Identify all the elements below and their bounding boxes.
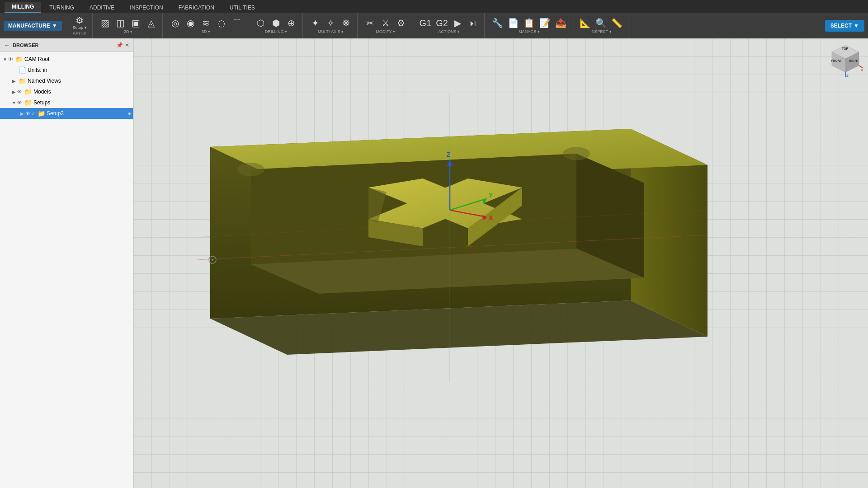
- browser-header-controls: 📌 ✕: [116, 42, 129, 48]
- adaptive-icon: ◎: [171, 19, 179, 28]
- manage-btn-3[interactable]: 📋: [522, 18, 537, 28]
- browser-pin-icon[interactable]: 📌: [116, 42, 123, 48]
- drilling-buttons: ⬡ ⬢ ⊕: [254, 18, 299, 28]
- swarf-icon: ✦: [311, 19, 319, 28]
- tab-milling[interactable]: MILLING: [5, 2, 41, 13]
- 3d-btn-1[interactable]: ◎: [168, 18, 183, 28]
- 3d-group: ◎ ◉ ≋ ◌ ⌒ 3D ▾: [165, 13, 248, 38]
- modify-buttons: ✂ ⚔ ⚙: [363, 18, 408, 28]
- simulate-icon: ⏯: [469, 19, 478, 28]
- 2d-btn-3[interactable]: ▣: [129, 18, 143, 28]
- browser-close-icon[interactable]: ✕: [125, 42, 129, 48]
- units-icon: 📄: [19, 66, 26, 74]
- setup3-arrow: ▶: [19, 111, 25, 116]
- manage-label: MANAGE ▾: [519, 29, 540, 34]
- inspect-btn-3[interactable]: 📏: [609, 18, 624, 28]
- multiaxis-buttons: ✦ ✧ ❋: [308, 18, 354, 28]
- select-label: SELECT: [830, 23, 852, 29]
- manage-btn-1[interactable]: 🔧: [490, 18, 505, 28]
- svg-text:TOP: TOP: [842, 47, 849, 50]
- svg-text:X: X: [861, 68, 863, 72]
- pocket3d-icon: ◉: [187, 19, 194, 28]
- tree-setup3[interactable]: ▶ 👁 ✓ 📁 Setup3 ●: [0, 108, 133, 119]
- 3d-label: 3D ▾: [202, 29, 210, 34]
- models-icon: 📁: [24, 88, 32, 95]
- modify-btn-2[interactable]: ⚔: [378, 18, 393, 28]
- select-button[interactable]: SELECT ▼: [825, 20, 864, 32]
- bore-icon: ⬢: [272, 19, 280, 28]
- svg-point-9: [563, 147, 590, 160]
- tab-fabrication[interactable]: FABRICATION: [171, 3, 222, 13]
- setup3-check: ✓: [31, 111, 35, 117]
- setups-eye[interactable]: 👁: [17, 100, 22, 105]
- 2d-btn-2[interactable]: ◫: [113, 18, 128, 28]
- setup-icon: ⚙: [75, 16, 84, 25]
- manage-btn-5[interactable]: 📤: [553, 18, 568, 28]
- modify-btn-3[interactable]: ⚙: [394, 18, 408, 28]
- manufacture-button[interactable]: MANUFACTURE ▼: [4, 21, 62, 31]
- named-views-arrow: ▶: [11, 79, 17, 84]
- drilling-group: ⬡ ⬢ ⊕ DRILLING ▾: [250, 13, 303, 38]
- actions-btn-1[interactable]: G1: [418, 18, 434, 28]
- 3d-btn-4[interactable]: ◌: [214, 18, 229, 28]
- 2d-btn-4[interactable]: ◬: [144, 18, 159, 28]
- svg-text:Y: Y: [489, 192, 493, 199]
- tree-units[interactable]: ▶ 📄 Units: in: [0, 65, 133, 75]
- trim-icon: ✂: [366, 19, 374, 28]
- tab-utilities[interactable]: UTILITIES: [222, 3, 262, 13]
- browser-back-icon[interactable]: ←: [4, 42, 10, 49]
- svg-text:Z: Z: [447, 151, 451, 158]
- multiaxis-btn-3[interactable]: ❋: [339, 18, 354, 28]
- tree-models[interactable]: ▶ 👁 📁 Models: [0, 86, 133, 97]
- svg-point-28: [212, 259, 213, 261]
- face-mill-icon: ▨: [101, 19, 109, 28]
- drill-btn-3[interactable]: ⊕: [284, 18, 299, 28]
- 2d-btn-1[interactable]: ▨: [98, 18, 113, 28]
- tab-additive[interactable]: ADDITIVE: [82, 3, 122, 13]
- 2d-buttons: ▨ ◫ ▣ ◬: [98, 18, 159, 28]
- inspect-btn-1[interactable]: 📐: [578, 18, 593, 28]
- manage-btn-4[interactable]: 📝: [538, 18, 552, 28]
- tree-setups[interactable]: ▼ 👁 📁 Setups: [0, 97, 133, 108]
- manage-btn-2[interactable]: 📄: [506, 18, 521, 28]
- setup-btn[interactable]: ⚙ Setup ▾: [71, 15, 89, 31]
- tree-cam-root[interactable]: ▼ 👁 📁 CAM Root: [0, 54, 133, 65]
- tab-inspection[interactable]: INSPECTION: [123, 3, 170, 13]
- drilling-label: DRILLING ▾: [265, 29, 287, 34]
- manage-group: 🔧 📄 📋 📝 📤 MANAGE ▾: [486, 13, 572, 38]
- cam-root-eye[interactable]: 👁: [8, 56, 13, 62]
- multiaxis-btn-1[interactable]: ✦: [308, 18, 323, 28]
- multi2-icon: ✧: [327, 19, 335, 28]
- cam-root-icon: 📁: [15, 56, 23, 63]
- svg-text:FRONT: FRONT: [831, 59, 842, 62]
- nc-icon: 📝: [539, 19, 551, 28]
- setup-label: SETUP: [73, 32, 86, 36]
- setup-group: ⚙ Setup ▾ SETUP: [67, 13, 93, 38]
- inspect-btn-2[interactable]: 🔍: [594, 18, 609, 28]
- setup3-icon: 📁: [38, 110, 45, 117]
- 3d-btn-3[interactable]: ≋: [199, 18, 213, 28]
- viewport[interactable]: Z Y X TOP: [133, 38, 868, 488]
- tool-library-icon: 🔧: [492, 19, 503, 28]
- setup-buttons: ⚙ Setup ▾: [71, 15, 89, 31]
- setup3-eye[interactable]: 👁: [25, 111, 30, 116]
- 3d-btn-5[interactable]: ⌒: [230, 18, 244, 28]
- manage-buttons: 🔧 📄 📋 📝 📤: [490, 18, 568, 28]
- 3d-buttons: ◎ ◉ ≋ ◌ ⌒: [168, 18, 244, 28]
- drill-btn-2[interactable]: ⬢: [269, 18, 283, 28]
- doc-icon: 📄: [508, 19, 519, 28]
- modify-btn-1[interactable]: ✂: [363, 18, 377, 28]
- tab-turning[interactable]: TURNING: [42, 3, 81, 13]
- actions-btn-3[interactable]: ▶: [451, 18, 465, 28]
- multiaxis-btn-2[interactable]: ✧: [324, 18, 338, 28]
- post-icon: ▶: [454, 19, 461, 28]
- inspect-label: INSPECT ▾: [590, 29, 611, 34]
- actions-btn-2[interactable]: G2: [434, 18, 450, 28]
- svg-text:RIGHT: RIGHT: [849, 59, 859, 62]
- 3d-btn-2[interactable]: ◉: [184, 18, 198, 28]
- svg-text:X: X: [489, 214, 493, 221]
- actions-btn-4[interactable]: ⏯: [466, 18, 481, 28]
- models-eye[interactable]: 👁: [17, 89, 22, 94]
- drill-btn-1[interactable]: ⬡: [254, 18, 268, 28]
- tree-named-views[interactable]: ▶ 📁 Named Views: [0, 75, 133, 86]
